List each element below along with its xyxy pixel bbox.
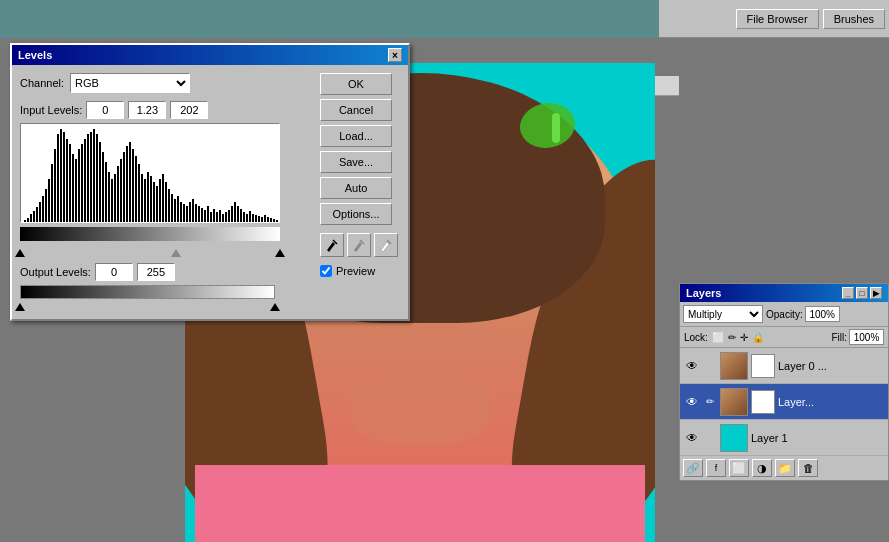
layers-title-controls: _ □ ▶	[842, 287, 882, 299]
layer-mask-button[interactable]: ⬜	[729, 459, 749, 477]
output-max-field[interactable]	[137, 263, 175, 281]
lock-move-icon[interactable]: ✛	[740, 332, 748, 343]
lock-paint-icon[interactable]: ✏	[728, 332, 736, 343]
layers-minimize-button[interactable]: _	[842, 287, 854, 299]
svg-rect-25	[63, 132, 65, 223]
gray-eyedropper-button[interactable]	[347, 233, 371, 257]
svg-rect-28	[72, 154, 74, 223]
black-eyedropper-button[interactable]	[320, 233, 344, 257]
cancel-button[interactable]: Cancel	[320, 99, 392, 121]
svg-rect-74	[210, 212, 212, 223]
ok-button[interactable]: OK	[320, 73, 392, 95]
levels-close-button[interactable]: ×	[388, 48, 402, 62]
options-button[interactable]: Options...	[320, 203, 392, 225]
opacity-input[interactable]	[805, 306, 840, 322]
svg-rect-44	[120, 159, 122, 223]
svg-rect-81	[231, 206, 233, 223]
input-white-handle[interactable]	[275, 249, 285, 257]
lock-transparent-icon[interactable]: ⬜	[712, 332, 724, 343]
svg-rect-84	[240, 209, 242, 223]
output-white-handle[interactable]	[270, 303, 280, 311]
layer-item-1[interactable]: 👁 ✏ Layer...	[680, 384, 888, 420]
input-black-handle[interactable]	[15, 249, 25, 257]
output-slider-track	[20, 299, 275, 311]
svg-rect-51	[141, 174, 143, 223]
layers-title: Layers	[686, 287, 721, 299]
svg-rect-39	[105, 162, 107, 223]
svg-rect-97	[279, 221, 280, 223]
blend-mode-select[interactable]: Multiply Normal Screen	[683, 305, 763, 323]
layers-panel: Layers _ □ ▶ Multiply Normal Screen Opac…	[679, 283, 889, 481]
fill-label: Fill:	[831, 332, 847, 343]
svg-rect-82	[234, 202, 236, 223]
fill-input[interactable]	[849, 329, 884, 345]
file-browser-button[interactable]: File Browser	[736, 9, 819, 29]
svg-rect-90	[258, 216, 260, 223]
svg-rect-21	[51, 164, 53, 223]
preview-checkbox[interactable]	[320, 265, 332, 277]
input-max-field[interactable]	[170, 101, 208, 119]
auto-button[interactable]: Auto	[320, 177, 392, 199]
svg-rect-96	[276, 220, 278, 223]
layers-menu-button[interactable]: ▶	[870, 287, 882, 299]
input-min-field[interactable]	[86, 101, 124, 119]
svg-rect-92	[264, 215, 266, 223]
input-mid-field[interactable]	[128, 101, 166, 119]
layer-0-brush-icon	[703, 359, 717, 373]
fill-row: Fill:	[831, 329, 884, 345]
svg-rect-77	[219, 210, 221, 223]
layer-adjustment-button[interactable]: ◑	[752, 459, 772, 477]
svg-rect-26	[66, 139, 68, 223]
layer-folder-button[interactable]: 📁	[775, 459, 795, 477]
svg-rect-61	[171, 194, 173, 223]
load-button[interactable]: Load...	[320, 125, 392, 147]
layer-item-0[interactable]: 👁 Layer 0 ...	[680, 348, 888, 384]
top-toolbar: File Browser Brushes	[659, 0, 889, 38]
svg-rect-29	[75, 159, 77, 223]
save-button[interactable]: Save...	[320, 151, 392, 173]
layer-link-button[interactable]: 🔗	[683, 459, 703, 477]
svg-rect-53	[147, 172, 149, 223]
output-black-handle[interactable]	[15, 303, 25, 311]
layer-1-name: Layer...	[778, 396, 884, 408]
layer-item-2[interactable]: 👁 Layer 1	[680, 420, 888, 456]
svg-rect-57	[159, 179, 161, 223]
layer-0-visibility-icon[interactable]: 👁	[684, 358, 700, 374]
svg-rect-20	[48, 179, 50, 223]
svg-rect-50	[138, 164, 140, 223]
svg-rect-78	[222, 214, 224, 223]
svg-rect-87	[249, 211, 251, 223]
svg-rect-37	[99, 142, 101, 223]
layer-2-visibility-icon[interactable]: 👁	[684, 430, 700, 446]
lock-label: Lock:	[684, 332, 708, 343]
lock-all-icon[interactable]: 🔒	[752, 332, 764, 343]
layer-0-thumbnail	[720, 352, 748, 380]
input-levels-label: Input Levels:	[20, 104, 82, 116]
layer-delete-button[interactable]: 🗑	[798, 459, 818, 477]
svg-rect-91	[261, 217, 263, 223]
white-eyedropper-button[interactable]	[374, 233, 398, 257]
eyedropper-row	[320, 233, 400, 257]
layer-1-thumbnail	[720, 388, 748, 416]
svg-rect-31	[81, 144, 83, 223]
svg-rect-48	[132, 149, 134, 223]
channel-select[interactable]: RGB Red Green Blue	[70, 73, 190, 93]
svg-rect-71	[201, 208, 203, 223]
svg-rect-70	[198, 206, 200, 223]
levels-titlebar: Levels ×	[12, 45, 408, 65]
layers-toolbar: Multiply Normal Screen Opacity:	[680, 302, 888, 327]
svg-rect-66	[186, 206, 188, 223]
layer-fx-button[interactable]: f	[706, 459, 726, 477]
levels-right-panel: OK Cancel Load... Save... Auto Options..…	[320, 73, 400, 311]
svg-rect-72	[204, 210, 206, 223]
brushes-button[interactable]: Brushes	[823, 9, 885, 29]
svg-rect-88	[252, 214, 254, 223]
layers-maximize-button[interactable]: □	[856, 287, 868, 299]
svg-rect-12	[24, 220, 26, 223]
layer-1-visibility-icon[interactable]: 👁	[684, 394, 700, 410]
svg-rect-36	[96, 134, 98, 223]
input-mid-handle[interactable]	[171, 249, 181, 257]
svg-rect-95	[273, 219, 275, 223]
output-min-field[interactable]	[95, 263, 133, 281]
svg-rect-65	[183, 204, 185, 223]
